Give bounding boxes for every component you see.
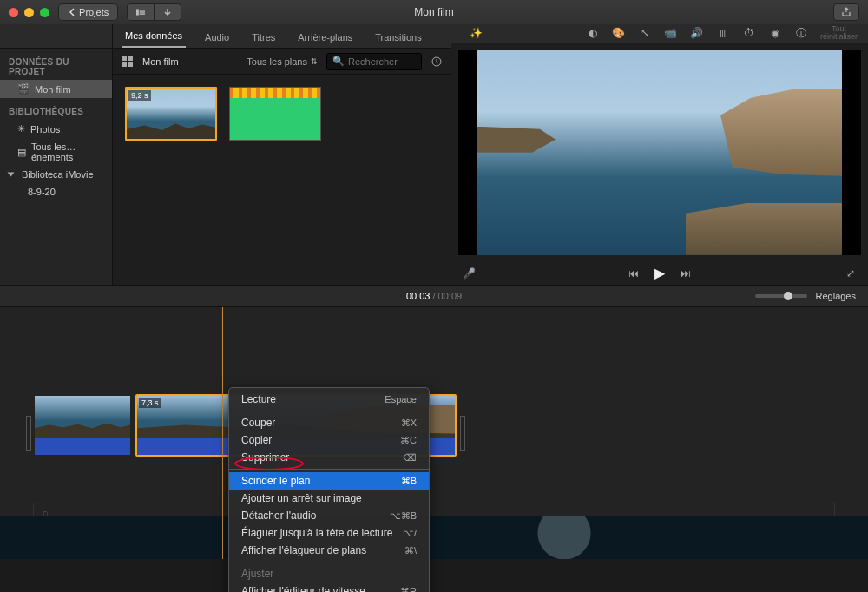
context-menu-label: Lecture [241, 393, 276, 405]
import-button[interactable] [155, 3, 181, 21]
context-menu-item[interactable]: Supprimer⌫ [229, 449, 429, 466]
context-menu-shortcut: Espace [385, 394, 417, 405]
context-menu-label: Ajouter un arrêt sur image [241, 492, 362, 504]
context-menu-item[interactable]: Ajouter un arrêt sur image [229, 490, 429, 507]
sidebar-photos-item[interactable]: ✳︎ Photos [0, 120, 112, 138]
context-menu-shortcut: ⌥/ [403, 528, 417, 539]
sidebar-all-events-item[interactable]: ▤ Tous les…énements [0, 138, 112, 166]
clip-filter-button[interactable]: ◉ [768, 26, 782, 40]
palette-icon: 🎨 [612, 27, 625, 39]
next-frame-button[interactable]: ⏭ [679, 266, 693, 280]
context-menu-separator [229, 411, 429, 411]
grid-toggle-button[interactable] [122, 56, 134, 68]
zoom-window-button[interactable] [40, 8, 49, 17]
sidebar-section-project: DONNÉES DU PROJET [0, 49, 112, 80]
color-correction-button[interactable]: 🎨 [612, 26, 626, 40]
circle-half-icon: ◐ [589, 27, 597, 39]
crop-button[interactable]: ⤡ [638, 26, 652, 40]
context-menu-shortcut: ⌘R [400, 586, 417, 593]
timeline-settings-button[interactable]: Réglages [816, 291, 856, 301]
info-button[interactable]: ⓘ [794, 26, 808, 40]
title-bar: Projets Mon film [0, 0, 868, 24]
crop-icon: ⤡ [641, 27, 649, 39]
context-menu-shortcut: ⌘\ [404, 545, 417, 556]
clip-filter-dropdown[interactable]: Tous les plans ⇅ [247, 56, 318, 67]
sidebar-event-item[interactable]: 8-9-20 [0, 183, 112, 201]
context-menu-shortcut: ⌥⌘B [390, 510, 417, 522]
film-icon: 🎬 [17, 83, 30, 95]
trim-handle-right[interactable] [460, 416, 465, 451]
tab-transitions[interactable]: Transitions [372, 27, 424, 48]
preview-frame [477, 50, 842, 255]
reset-all-button[interactable]: Tout réinitialiser [820, 25, 858, 43]
search-icon: 🔍 [332, 56, 345, 67]
trim-handle-left[interactable] [26, 416, 31, 451]
context-menu-shortcut: ⌘C [400, 435, 417, 446]
photos-label: Photos [30, 124, 60, 135]
zoom-knob[interactable] [784, 292, 792, 300]
clock-button[interactable] [431, 56, 443, 68]
timeline[interactable]: 7,3 s ♫ [0, 307, 868, 559]
media-browser: Mes données Audio Titres Arrière-plans T… [113, 24, 451, 285]
speaker-icon: 🔊 [690, 27, 703, 39]
sidebar-library-item[interactable]: Biblioteca iMovie [0, 166, 112, 183]
context-menu-item[interactable]: Détacher l'audio⌥⌘B [229, 507, 429, 524]
project-name-label: Mon film [35, 84, 71, 95]
equalizer-icon: ⫼ [718, 27, 728, 39]
minimize-window-button[interactable] [24, 8, 34, 17]
svg-rect-7 [128, 62, 133, 67]
tab-audio[interactable]: Audio [201, 27, 233, 48]
voiceover-button[interactable]: 🎤 [462, 266, 476, 280]
skip-forward-icon: ⏭ [681, 267, 691, 280]
sidebar-project-item[interactable]: 🎬 Mon film [0, 80, 112, 98]
context-menu-item[interactable]: Afficher l'éditeur de vitesse⌘R [229, 582, 429, 592]
prev-frame-button[interactable]: ⏮ [627, 266, 641, 280]
window-controls [9, 8, 49, 17]
chevron-left-icon [68, 8, 76, 16]
play-button[interactable]: ▶ [653, 266, 667, 280]
context-menu-item[interactable]: Afficher l'élagueur de plans⌘\ [229, 542, 429, 559]
search-field[interactable]: 🔍 [326, 53, 422, 70]
video-clip-thumbnail[interactable]: 9,2 s [125, 87, 217, 141]
event-name-label: 8-9-20 [28, 187, 56, 197]
context-menu-item[interactable]: LectureEspace [229, 391, 429, 408]
camera-icon: 📹 [664, 27, 677, 39]
search-input[interactable] [348, 56, 418, 67]
timeline-clip-1[interactable] [33, 394, 132, 457]
context-menu: LectureEspaceCouper⌘XCopier⌘CSupprimer⌫S… [228, 387, 430, 592]
skip-back-icon: ⏮ [628, 267, 639, 280]
color-balance-button[interactable]: ◐ [586, 26, 600, 40]
project-sidebar: DONNÉES DU PROJET 🎬 Mon film BIBLIOTHÈQU… [0, 24, 113, 285]
tab-backgrounds[interactable]: Arrière-plans [294, 27, 356, 48]
tab-my-media[interactable]: Mes données [122, 25, 186, 48]
share-button[interactable] [833, 3, 859, 21]
speed-button[interactable]: ⏱ [742, 26, 756, 40]
context-menu-label: Ajuster [241, 568, 273, 580]
context-menu-item[interactable]: Élaguer jusqu'à la tête de lecture⌥/ [229, 524, 429, 542]
volume-button[interactable]: 🔊 [690, 26, 704, 40]
context-menu-label: Couper [241, 417, 275, 429]
back-label: Projets [79, 7, 108, 17]
noise-reduction-button[interactable]: ⫼ [716, 26, 730, 40]
close-window-button[interactable] [9, 8, 18, 17]
fullscreen-button[interactable]: ⤢ [844, 266, 858, 280]
playhead[interactable] [222, 307, 223, 559]
zoom-slider[interactable] [755, 294, 807, 298]
context-menu-item[interactable]: Couper⌘X [229, 414, 429, 431]
library-name-label: Biblioteca iMovie [22, 169, 94, 180]
enhance-button[interactable]: ✨ [469, 26, 483, 40]
back-to-projects-button[interactable]: Projets [58, 3, 118, 21]
context-menu-item[interactable]: Copier⌘C [229, 431, 429, 449]
library-view-button[interactable] [127, 3, 155, 21]
audio-clip-thumbnail[interactable] [229, 87, 321, 141]
context-menu-label: Supprimer [241, 451, 289, 464]
tab-titles[interactable]: Titres [248, 27, 279, 48]
stabilization-button[interactable]: 📹 [664, 26, 678, 40]
stack-icon: ▤ [17, 147, 26, 158]
speedometer-icon: ⏱ [744, 27, 754, 39]
updown-icon: ⇅ [311, 57, 318, 66]
preview-canvas[interactable] [458, 50, 861, 255]
svg-rect-4 [122, 56, 127, 61]
context-menu-item[interactable]: Scinder le plan⌘B [229, 472, 429, 490]
svg-rect-6 [122, 62, 127, 67]
